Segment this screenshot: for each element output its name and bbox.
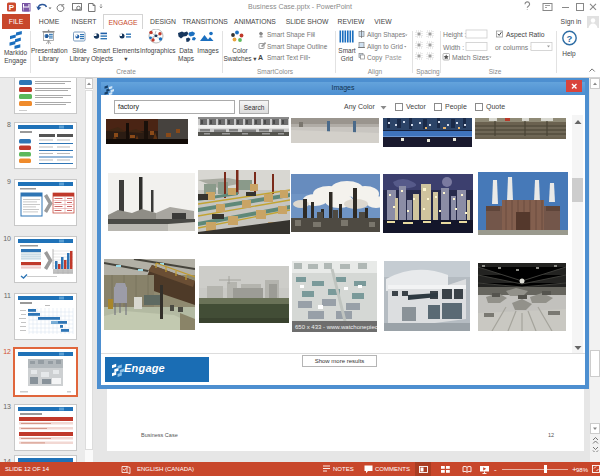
svg-text:Align to Grid: Align to Grid xyxy=(367,43,403,51)
svg-text:Match Sizes: Match Sizes xyxy=(452,54,490,61)
svg-text:Width :: Width : xyxy=(443,44,464,51)
svg-text:Smart Text Fill: Smart Text Fill xyxy=(267,54,309,61)
svg-text:Smart Shape Fill: Smart Shape Fill xyxy=(267,31,316,39)
svg-text:Copy: Copy xyxy=(367,54,383,62)
svg-text:Smart Shape Outline: Smart Shape Outline xyxy=(267,43,328,51)
svg-text:or columns :: or columns : xyxy=(495,44,532,51)
svg-text:Height :: Height : xyxy=(443,31,467,39)
svg-text:Aspect Ratio: Aspect Ratio xyxy=(506,31,545,39)
svg-text:Align Shapes: Align Shapes xyxy=(367,31,406,39)
svg-text:Paste: Paste xyxy=(385,54,402,61)
svg-text:?: ? xyxy=(567,33,573,44)
svg-text:A: A xyxy=(258,54,263,61)
svg-text:650 x 433 - www.watchonepiece: 650 x 433 - www.watchonepiece xyxy=(295,324,377,330)
